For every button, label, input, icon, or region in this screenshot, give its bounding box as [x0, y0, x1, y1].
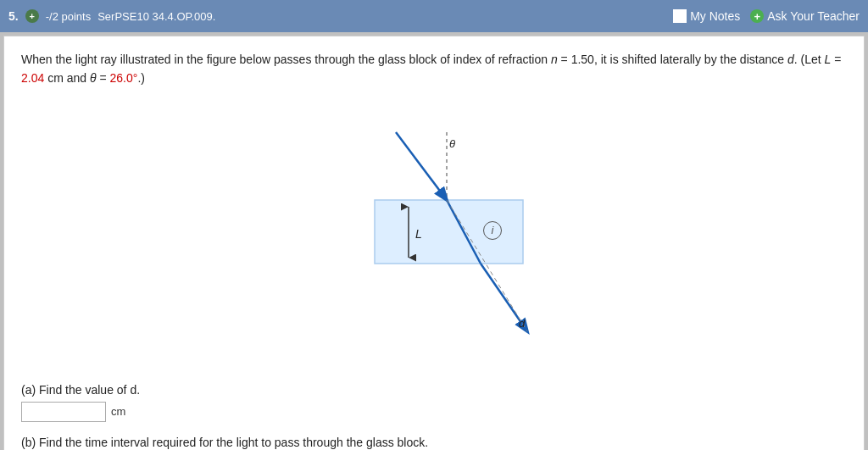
points-icon: +	[25, 9, 39, 23]
header-bar: 5. + -/2 points SerPSE10 34.4.OP.009. My…	[0, 0, 868, 32]
part-a-unit: cm	[111, 405, 125, 418]
part-a-input[interactable]	[21, 402, 106, 422]
theta-value: 26.0°	[110, 71, 138, 85]
problem-number: 5.	[8, 9, 19, 23]
svg-text:d: d	[519, 317, 526, 330]
l-unit: cm and θ =	[44, 71, 109, 85]
page-container: 5. + -/2 points SerPSE10 34.4.OP.009. My…	[0, 0, 868, 450]
diagram-container: θ d L	[264, 98, 604, 369]
text-before: When the light ray illustrated in the fi…	[21, 53, 841, 66]
plus-icon: +	[750, 9, 764, 23]
part-a-label: (a) Find the value of d.	[21, 383, 847, 397]
diagram-svg: θ d L	[264, 98, 604, 369]
problem-text: When the light ray illustrated in the fi…	[21, 50, 847, 88]
points-label: -/2 points	[46, 10, 91, 23]
svg-text:θ: θ	[449, 137, 455, 150]
part-b-label: (b) Find the time interval required for …	[21, 436, 847, 449]
svg-text:L: L	[415, 227, 422, 241]
info-icon[interactable]: i	[483, 221, 502, 240]
svg-line-3	[396, 132, 447, 200]
l-value: 2.04	[21, 71, 44, 85]
notes-icon	[673, 9, 687, 23]
ask-teacher-button[interactable]: + Ask Your Teacher	[750, 9, 860, 23]
end-paren: .)	[137, 71, 145, 85]
part-a-input-row: cm	[21, 402, 847, 422]
my-notes-label: My Notes	[690, 9, 740, 23]
header-actions: My Notes + Ask Your Teacher	[673, 9, 860, 23]
my-notes-button[interactable]: My Notes	[673, 9, 740, 23]
problem-id: SerPSE10 34.4.OP.009.	[97, 10, 666, 23]
ask-teacher-label: Ask Your Teacher	[767, 9, 860, 23]
content-area: When the light ray illustrated in the fi…	[3, 36, 865, 450]
